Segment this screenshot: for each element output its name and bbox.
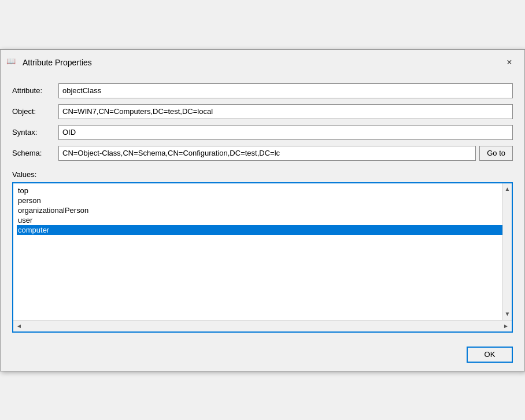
ok-button[interactable]: OK: [467, 347, 513, 363]
scroll-right-arrow[interactable]: ►: [501, 321, 511, 330]
scroll-up-arrow[interactable]: ▲: [503, 185, 512, 194]
values-list[interactable]: toppersonorganizationalPersonusercompute…: [13, 183, 512, 320]
object-row: Object:: [12, 104, 513, 119]
values-container: toppersonorganizationalPersonusercompute…: [12, 182, 513, 333]
dialog-icon: 📖: [6, 57, 18, 68]
values-label: Values:: [12, 170, 513, 179]
title-bar: 📖 Attribute Properties ×: [1, 50, 524, 74]
list-item[interactable]: top: [17, 186, 508, 196]
list-item[interactable]: organizationalPerson: [17, 205, 508, 215]
dialog-footer: OK: [1, 342, 524, 371]
list-item[interactable]: computer: [17, 225, 508, 235]
object-label: Object:: [12, 107, 58, 116]
vertical-scrollbar[interactable]: ▲ ▼: [502, 183, 512, 320]
schema-row: Schema: Go to: [12, 146, 513, 161]
close-button[interactable]: ×: [501, 54, 517, 71]
attribute-properties-dialog: 📖 Attribute Properties × Attribute: Obje…: [0, 49, 525, 371]
scroll-left-arrow[interactable]: ◄: [14, 321, 24, 330]
object-input[interactable]: [58, 104, 513, 119]
syntax-label: Syntax:: [12, 128, 58, 137]
horizontal-scrollbar[interactable]: ◄ ►: [13, 320, 512, 331]
scroll-down-arrow[interactable]: ▼: [503, 310, 512, 319]
attribute-input[interactable]: [58, 83, 513, 98]
schema-label: Schema:: [12, 149, 58, 157]
list-item[interactable]: user: [17, 215, 508, 225]
dialog-body: Attribute: Object: Syntax: Schema: Go to…: [1, 74, 524, 342]
dialog-title: Attribute Properties: [23, 58, 92, 67]
syntax-input[interactable]: [58, 125, 513, 140]
title-bar-left: 📖 Attribute Properties: [6, 57, 92, 68]
goto-button[interactable]: Go to: [479, 146, 513, 161]
list-item[interactable]: person: [17, 196, 508, 205]
schema-input[interactable]: [58, 146, 476, 161]
attribute-row: Attribute:: [12, 83, 513, 98]
attribute-label: Attribute:: [12, 86, 58, 95]
syntax-row: Syntax:: [12, 125, 513, 140]
